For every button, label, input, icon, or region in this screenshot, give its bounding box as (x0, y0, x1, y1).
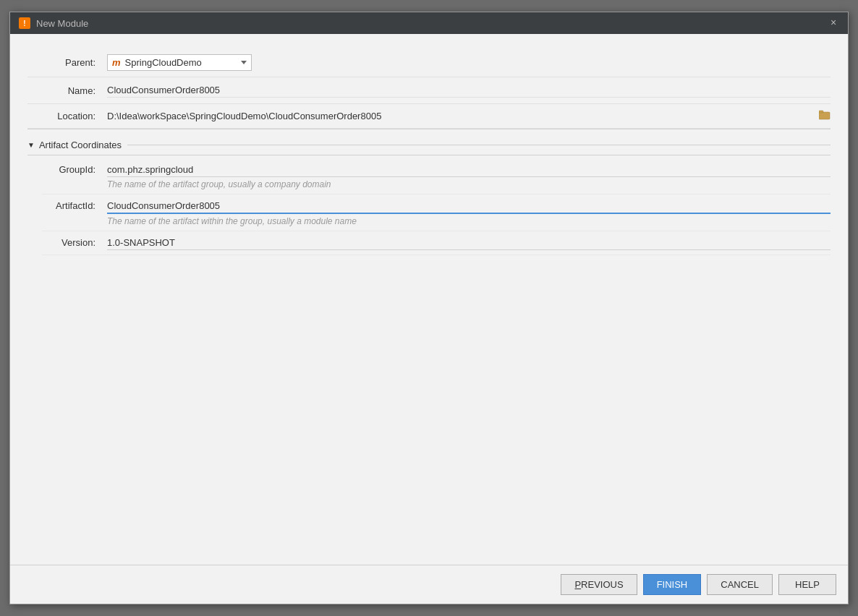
svg-rect-1 (819, 111, 823, 113)
groupid-row: GroupId: The name of the artifact group,… (42, 158, 831, 194)
dialog-title: New Module (36, 18, 88, 29)
dialog-content: Parent: m SpringCloudDemo Name: Location… (10, 34, 848, 565)
name-label: Name: (27, 85, 107, 96)
finish-label: FINISH (657, 579, 688, 590)
name-row: Name: (27, 77, 831, 104)
groupid-hint: The name of the artifact group, usually … (107, 179, 831, 189)
close-button[interactable]: × (828, 17, 839, 29)
artifact-section: GroupId: The name of the artifact group,… (27, 158, 831, 255)
separator (27, 129, 831, 129)
artifact-section-title: Artifact Coordinates (39, 140, 122, 150)
parent-dropdown[interactable]: m SpringCloudDemo (107, 54, 252, 71)
help-label: HELP (795, 579, 820, 590)
parent-value-container: m SpringCloudDemo (107, 54, 831, 71)
version-label: Version: (42, 236, 107, 248)
collapse-arrow-icon[interactable]: ▼ (27, 141, 35, 149)
version-row: Version: (42, 231, 831, 255)
title-bar: ! New Module × (10, 12, 848, 34)
dropdown-arrow-icon (241, 61, 247, 64)
location-input[interactable] (107, 111, 816, 121)
previous-underline-char: P (574, 579, 581, 590)
version-input[interactable] (107, 236, 831, 250)
section-divider (127, 145, 831, 145)
browse-folder-button[interactable] (819, 110, 831, 122)
name-value-container (107, 83, 831, 98)
groupid-input[interactable] (107, 163, 831, 177)
location-row: Location: (27, 104, 831, 129)
svg-rect-0 (819, 112, 830, 119)
location-label: Location: (27, 111, 107, 121)
cancel-label: CANCEL (721, 579, 759, 590)
artifact-section-header: ▼ Artifact Coordinates (27, 132, 831, 155)
parent-label: Parent: (27, 57, 107, 68)
artifactid-input[interactable] (107, 199, 831, 214)
groupid-label: GroupId: (42, 163, 107, 175)
parent-module-icon: m (112, 57, 121, 68)
dialog-footer: PPREVIOUSREVIOUS FINISH CANCEL HELP (10, 565, 848, 604)
help-button[interactable]: HELP (778, 574, 836, 595)
location-value-container (107, 110, 831, 122)
version-field (107, 236, 831, 250)
artifactid-hint: The name of the artifact within the grou… (107, 216, 831, 226)
artifactid-row: ArtifactId: The name of the artifact wit… (42, 194, 831, 231)
artifactid-field: The name of the artifact within the grou… (107, 199, 831, 226)
title-bar-left: ! New Module (19, 17, 88, 29)
location-container (107, 110, 831, 122)
finish-button[interactable]: FINISH (643, 574, 702, 595)
cancel-button[interactable]: CANCEL (707, 574, 773, 595)
parent-row: Parent: m SpringCloudDemo (27, 48, 831, 77)
new-module-dialog: ! New Module × Parent: m SpringCloudDemo… (9, 12, 849, 604)
parent-name: SpringCloudDemo (125, 57, 234, 68)
artifactid-label: ArtifactId: (42, 199, 107, 211)
name-input[interactable] (107, 83, 831, 98)
previous-button[interactable]: PPREVIOUSREVIOUS (561, 574, 637, 595)
app-icon: ! (19, 17, 30, 29)
groupid-field: The name of the artifact group, usually … (107, 163, 831, 189)
previous-label: PPREVIOUSREVIOUS (574, 579, 623, 590)
